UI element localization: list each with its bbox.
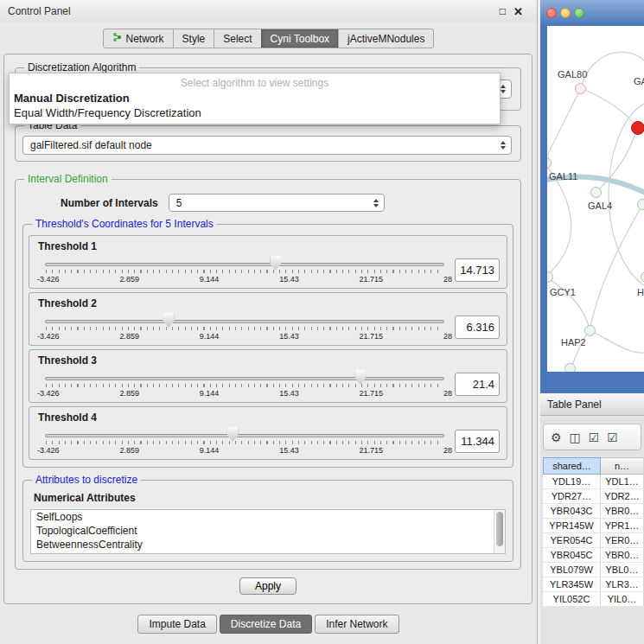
zoom-traffic-light-icon[interactable] — [574, 8, 584, 18]
table-cell[interactable]: YDR27… — [543, 489, 601, 503]
table-cell[interactable]: YDR2… — [601, 489, 644, 503]
node-label-gal80: GAL80 — [558, 69, 587, 80]
table-cell[interactable]: YIL052C — [543, 592, 601, 606]
network-node[interactable] — [564, 363, 576, 372]
control-panel-titlebar: Control Panel □ ✕ — [0, 0, 537, 22]
threshold-2-value[interactable]: 6.316 — [455, 316, 500, 339]
table-cell[interactable]: YBL079W — [543, 563, 601, 577]
close-traffic-light-icon[interactable] — [546, 8, 557, 18]
network-canvas[interactable]: GAL80 GAL GAL11 GAL4 GCY1 H HAP2 — [547, 26, 644, 372]
attribute-list-item[interactable]: SelfLoops — [31, 510, 505, 524]
slider-thumb[interactable] — [163, 313, 175, 328]
minimize-traffic-light-icon[interactable] — [560, 8, 571, 18]
numerical-attributes-label: Numerical Attributes — [34, 492, 506, 504]
attribute-list-item[interactable]: BetweennessCentrality — [31, 538, 505, 552]
threshold-1-slider[interactable]: -3.4262.8599.14415.4321.71528 — [45, 252, 444, 287]
threshold-4-slider[interactable]: -3.4262.8599.14415.4321.71528 — [45, 424, 444, 458]
table-cell[interactable]: YPR145W — [543, 519, 601, 532]
table-cell[interactable]: YLR3… — [601, 577, 644, 591]
close-icon[interactable]: ✕ — [513, 5, 523, 18]
column-header-shared-name[interactable]: shared… — [543, 457, 601, 475]
bottom-tab-bar: Impute Data Discretize Data Infer Networ… — [0, 615, 537, 634]
slider-thumb[interactable] — [227, 427, 239, 442]
table-cell[interactable]: YBR045C — [543, 548, 601, 562]
dropdown-option-equal-width-frequency[interactable]: Equal Width/Frequency Discretization — [10, 105, 500, 120]
table-row[interactable]: YDL19…YDL1… — [543, 475, 644, 489]
slider-thumb[interactable] — [354, 370, 366, 385]
select-rows-check-icon[interactable]: ☑ — [589, 430, 600, 444]
attributes-scrollbar[interactable] — [494, 510, 505, 553]
attribute-list-item[interactable]: TopologicalCoefficient — [31, 524, 505, 538]
network-node[interactable] — [590, 187, 602, 198]
threshold-label: Threshold 4 — [38, 411, 500, 424]
scale-label: 2.859 — [119, 389, 139, 398]
scrollbar-thumb[interactable] — [496, 512, 503, 546]
table-row[interactable]: YBR045CYBR0… — [543, 548, 644, 563]
threshold-3-slider[interactable]: -3.4262.8599.14415.4321.71528 — [45, 367, 444, 401]
number-of-intervals-value: 5 — [176, 197, 372, 209]
tab-label: Style — [182, 33, 206, 45]
network-window-titlebar — [540, 0, 644, 26]
slider-thumb[interactable] — [270, 256, 281, 271]
threshold-label: Threshold 3 — [38, 354, 500, 367]
tab-impute-data[interactable]: Impute Data — [137, 615, 216, 634]
dropdown-option-manual-discretization[interactable]: Manual Discretization — [10, 91, 500, 105]
attributes-group: Attributes to discretize Numerical Attri… — [22, 480, 513, 562]
slider-scale: -3.4262.8599.14415.4321.71528 — [37, 275, 452, 284]
tab-infer-network[interactable]: Infer Network — [315, 615, 399, 634]
table-row[interactable]: YPR145WYPR1… — [543, 519, 644, 533]
table-cell[interactable]: YER054C — [543, 533, 601, 547]
network-node[interactable] — [584, 325, 596, 336]
network-node[interactable] — [575, 83, 586, 94]
scale-label: 21.715 — [360, 332, 384, 341]
threshold-4-value[interactable]: 11.344 — [455, 430, 500, 453]
table-row[interactable]: YDR27…YDR2… — [543, 489, 644, 504]
algorithm-dropdown-popup: Select algorithm to view settings Manual… — [9, 73, 501, 124]
threshold-4-box: Threshold 4 -3.4262.8599.14415.4321.7152… — [29, 406, 507, 460]
threshold-2-slider[interactable]: -3.4262.8599.14415.4321.71528 — [45, 309, 444, 344]
table-cell[interactable]: YDL19… — [543, 475, 601, 488]
table-cell[interactable]: YBR043C — [543, 504, 601, 518]
attributes-list[interactable]: SelfLoopsTopologicalCoefficientBetweenne… — [30, 509, 506, 554]
table-row[interactable]: YBR043CYBR0… — [543, 504, 644, 519]
scale-label: 15.43 — [279, 389, 299, 398]
gear-icon[interactable]: ⚙ — [551, 430, 562, 444]
table-cell[interactable]: YER0… — [601, 533, 644, 547]
table-data-combo[interactable]: galFiltered.sif default node — [22, 136, 512, 155]
network-node-red[interactable] — [631, 121, 644, 135]
table-cell[interactable]: YDL1… — [601, 475, 644, 488]
tab-style[interactable]: Style — [173, 29, 214, 48]
threshold-3-value[interactable]: 21.4 — [455, 373, 500, 396]
scale-label: 15.43 — [279, 446, 299, 455]
node-table: shared… n… YDL19…YDL1…YDR27…YDR2…YBR043C… — [543, 457, 644, 607]
network-node[interactable] — [637, 199, 644, 210]
table-cell[interactable]: YLR345W — [543, 577, 601, 591]
table-cell[interactable]: YBR0… — [601, 548, 644, 562]
table-row[interactable]: YER054CYER0… — [543, 533, 644, 548]
tab-discretize-data[interactable]: Discretize Data — [220, 615, 312, 634]
tab-cyni-toolbox[interactable]: Cyni Toolbox — [261, 29, 338, 48]
table-row[interactable]: YIL052CYIL0… — [543, 592, 644, 607]
table-cell[interactable]: YBL0… — [601, 563, 644, 577]
scale-label: 28 — [443, 389, 452, 398]
number-of-intervals-combo[interactable]: 5 — [169, 194, 385, 212]
column-header-name[interactable]: n… — [601, 457, 644, 475]
table-cell[interactable]: YPR1… — [601, 519, 644, 532]
table-cell[interactable]: YIL0… — [601, 592, 644, 606]
dropdown-placeholder: Select algorithm to view settings — [10, 73, 500, 91]
threshold-1-value[interactable]: 14.713 — [455, 258, 500, 282]
select-columns-check-icon[interactable]: ☑ — [607, 430, 618, 444]
tab-network[interactable]: Network — [104, 29, 173, 48]
tab-select[interactable]: Select — [214, 29, 260, 48]
columns-icon[interactable]: ◫ — [570, 430, 581, 444]
control-panel: Control Panel □ ✕ Network Style Select C… — [0, 0, 538, 644]
tab-jactivemnodules[interactable]: jActiveMNodules — [338, 29, 433, 48]
scale-label: 9.144 — [200, 275, 220, 284]
table-row[interactable]: YLR345WYLR3… — [543, 577, 644, 592]
table-cell[interactable]: YBR0… — [601, 504, 644, 518]
slider-ticks — [46, 270, 443, 273]
table-row[interactable]: YBL079WYBL0… — [543, 563, 644, 577]
scale-label: -3.426 — [37, 275, 60, 284]
apply-button[interactable]: Apply — [239, 577, 296, 595]
float-window-icon[interactable]: □ — [500, 5, 506, 17]
